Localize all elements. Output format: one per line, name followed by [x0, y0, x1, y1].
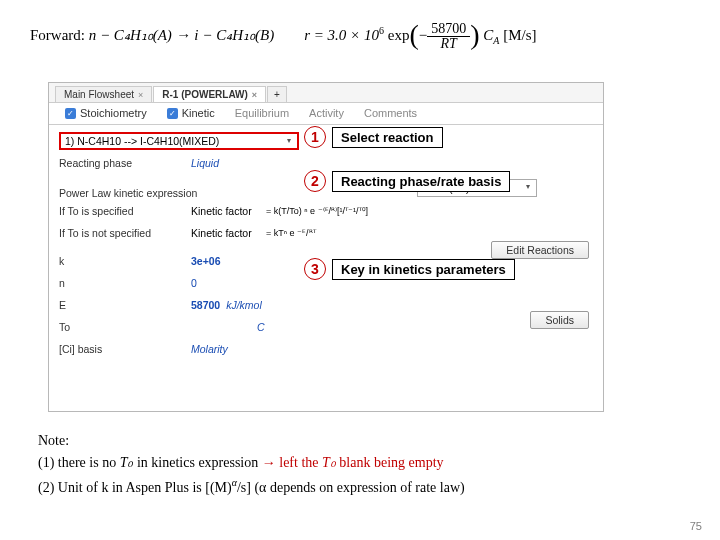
- reacting-phase-value[interactable]: Liquid: [191, 157, 219, 169]
- reaction-select[interactable]: 1) N-C4H10 --> I-C4H10(MIXED) ▾: [59, 132, 299, 150]
- k-value[interactable]: 3e+06: [191, 255, 221, 267]
- forward-label: Forward:: [30, 27, 85, 43]
- To-unit[interactable]: C: [257, 321, 265, 333]
- solids-button[interactable]: Solids: [530, 311, 589, 329]
- chevron-down-icon: ▾: [522, 182, 534, 194]
- rate-prefix: r = 3.0 × 10: [304, 27, 379, 43]
- notes-section: Note: (1) there is no T₀ in kinetics exp…: [38, 430, 690, 499]
- frac-numerator: 58700: [427, 22, 470, 37]
- note-1-red: → left the T₀ blank being empty: [262, 455, 444, 470]
- chevron-down-icon: ▾: [283, 136, 295, 148]
- panel-tabs: Main Flowsheet× R-1 (POWERLAW)× +: [49, 83, 603, 103]
- kinetic-factor-label-1: Kinetic factor: [191, 205, 266, 217]
- tab-add[interactable]: +: [267, 86, 287, 102]
- formula-1: = k(T/To) ⁿ e ⁻⁽ᴱ/ᴿ⁾[¹/ᵀ⁻¹/ᵀ⁰]: [266, 206, 368, 216]
- callout-2: 2 Reacting phase/rate basis: [304, 170, 510, 192]
- subtab-comments[interactable]: Comments: [354, 104, 427, 124]
- exp-label: exp: [388, 27, 410, 43]
- rate-units: [M/s]: [503, 27, 536, 43]
- fraction: 58700RT: [427, 22, 470, 51]
- tab-main-flowsheet[interactable]: Main Flowsheet×: [55, 86, 152, 102]
- close-icon[interactable]: ×: [138, 90, 143, 100]
- reacting-phase-label: Reacting phase: [59, 157, 191, 169]
- callout-2-text: Reacting phase/rate basis: [332, 171, 510, 192]
- n-label: n: [59, 277, 191, 289]
- check-icon: ✓: [167, 108, 178, 119]
- conc-symbol: C: [483, 27, 493, 43]
- Ci-basis-label: [Ci] basis: [59, 343, 191, 355]
- close-icon[interactable]: ×: [252, 90, 257, 100]
- subtab-activity[interactable]: Activity: [299, 104, 354, 124]
- note-2: (2) Unit of k in Aspen Plus is [(M)α/s] …: [38, 475, 690, 499]
- page-number: 75: [690, 520, 702, 532]
- callout-2-number: 2: [304, 170, 326, 192]
- kinetic-factor-label-2: Kinetic factor: [191, 227, 266, 239]
- k-label: k: [59, 255, 191, 267]
- callout-1: 1 Select reaction: [304, 126, 443, 148]
- callout-1-text: Select reaction: [332, 127, 443, 148]
- callout-3: 3 Key in kinetics parameters: [304, 258, 515, 280]
- n-value[interactable]: 0: [191, 277, 197, 289]
- check-icon: ✓: [65, 108, 76, 119]
- E-unit[interactable]: kJ/kmol: [226, 299, 262, 311]
- Ci-basis-value[interactable]: Molarity: [191, 343, 228, 355]
- if-to-specified-label: If To is specified: [59, 205, 191, 217]
- form-area: 1) N-C4H10 --> I-C4H10(MIXED) ▾ Reacting…: [49, 125, 603, 367]
- conc-subscript: A: [493, 35, 499, 46]
- equation-species: n − C₄H₁₀(A) → i − C₄H₁₀(B): [89, 27, 274, 43]
- note-1: (1) there is no T₀ in kinetics expressio…: [38, 452, 690, 474]
- E-label: E: [59, 299, 191, 311]
- tab-r1-powerlaw[interactable]: R-1 (POWERLAW)×: [153, 86, 266, 102]
- rate-exponent: 6: [379, 25, 384, 36]
- E-value[interactable]: 58700: [191, 299, 220, 311]
- subtab-stoichiometry[interactable]: ✓Stoichiometry: [55, 104, 157, 124]
- callout-1-number: 1: [304, 126, 326, 148]
- callout-3-text: Key in kinetics parameters: [332, 259, 515, 280]
- edit-reactions-button[interactable]: Edit Reactions: [491, 241, 589, 259]
- reaction-select-value: 1) N-C4H10 --> I-C4H10(MIXED): [65, 135, 219, 147]
- notes-heading: Note:: [38, 430, 690, 452]
- paren-close: ): [470, 19, 479, 50]
- frac-denominator: RT: [427, 37, 470, 51]
- forward-equation: Forward: n − C₄H₁₀(A) → i − C₄H₁₀(B) r =…: [30, 22, 700, 51]
- formula-2: = kTⁿ e ⁻ᴱ/ᴿᵀ: [266, 228, 316, 238]
- subtab-equilibrium[interactable]: Equilibrium: [225, 104, 299, 124]
- subtabs: ✓Stoichiometry ✓Kinetic Equilibrium Acti…: [49, 103, 603, 125]
- if-to-not-specified-label: If To is not specified: [59, 227, 191, 239]
- To-label: To: [59, 321, 191, 333]
- callout-3-number: 3: [304, 258, 326, 280]
- subtab-kinetic[interactable]: ✓Kinetic: [157, 104, 225, 124]
- paren-open: (: [409, 19, 418, 50]
